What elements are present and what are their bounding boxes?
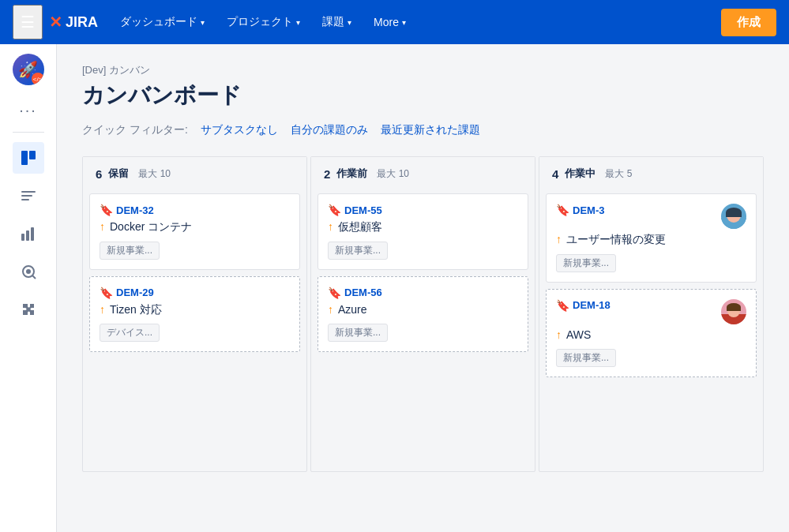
sidebar-item-backlog[interactable] [13, 256, 44, 287]
kanban-board: 6 保留 最大 10 🔖 DEM-32 ↑ Docker コンテナ [82, 156, 764, 472]
puzzle-icon [21, 302, 36, 317]
column-title: 作業中 [565, 167, 596, 181]
svg-rect-0 [21, 151, 28, 165]
nav-items: ダッシュボード ▾ プロジェクト ▾ 課題 ▾ More ▾ [111, 9, 715, 36]
card-dem-56[interactable]: 🔖 DEM-56 ↑ Azure 新規事業... [317, 276, 528, 353]
card-dem-32[interactable]: 🔖 DEM-32 ↑ Docker コンテナ 新規事業... [89, 193, 300, 270]
sidebar-divider [13, 132, 44, 133]
column-header-backlog: 6 保留 最大 10 [83, 157, 306, 187]
logo-text: JIRA [66, 14, 98, 31]
create-button[interactable]: 作成 [721, 9, 776, 36]
filter-no-subtask[interactable]: サブタスクなし [201, 123, 278, 137]
user-avatar [721, 204, 746, 229]
column-count: 4 [552, 167, 558, 181]
chevron-down-icon: ▾ [201, 18, 205, 27]
card-id[interactable]: DEM-32 [116, 204, 154, 216]
card-id[interactable]: DEM-29 [116, 287, 154, 298]
bookmark-icon: 🔖 [328, 204, 341, 216]
bookmark-icon: 🔖 [328, 287, 341, 299]
priority-icon: ↑ [100, 220, 105, 233]
breadcrumb: [Dev] カンバン [82, 63, 764, 77]
user-avatar [721, 299, 746, 324]
sidebar-item-board[interactable] [13, 142, 44, 174]
top-navigation: ☰ ✕ JIRA ダッシュボード ▾ プロジェクト ▾ 課題 ▾ More ▾ … [0, 0, 789, 44]
card-dem-55[interactable]: 🔖 DEM-55 ↑ 仮想顧客 新規事業... [317, 193, 528, 270]
chevron-down-icon: ▾ [402, 18, 406, 27]
more-options[interactable]: ... [13, 92, 43, 122]
card-tag: 新規事業... [328, 242, 388, 260]
logo-x: ✕ [49, 13, 62, 32]
column-title: 保留 [108, 167, 129, 181]
card-title-row: ↑ Tizen 対応 [100, 302, 290, 318]
card-id[interactable]: DEM-18 [573, 299, 611, 311]
svg-rect-1 [29, 151, 36, 159]
nav-more[interactable]: More ▾ [364, 9, 415, 35]
main-layout: 🚀 </> ... [0, 44, 789, 532]
card-dem-3[interactable]: 🔖 DEM-3 ↑ ユーザー情報の変更 [546, 193, 757, 283]
card-id[interactable]: DEM-56 [344, 287, 382, 298]
svg-line-10 [32, 275, 36, 279]
list-search-icon [21, 264, 36, 279]
svg-rect-6 [26, 230, 29, 241]
column-todo: 2 作業前 最大 10 🔖 DEM-55 ↑ 仮想顧客 [310, 156, 535, 472]
svg-rect-3 [21, 195, 32, 197]
card-title: Azure [338, 302, 367, 318]
nav-issues[interactable]: 課題 ▾ [313, 9, 361, 36]
card-title-row: ↑ Docker コンテナ [100, 219, 290, 235]
column-max: 最大 5 [605, 167, 632, 181]
card-dem-18[interactable]: 🔖 DEM-18 ↑ AWS [546, 289, 757, 378]
sidebar-item-roadmap[interactable] [13, 180, 44, 212]
card-id[interactable]: DEM-3 [573, 204, 604, 216]
sidebar-item-addons[interactable] [13, 294, 44, 325]
card-tag: 新規事業... [328, 324, 388, 342]
column-header-inprogress: 4 作業中 最大 5 [539, 157, 763, 187]
column-max: 最大 10 [138, 167, 171, 181]
column-title: 作業前 [336, 167, 367, 181]
svg-rect-4 [21, 199, 29, 200]
chevron-down-icon: ▾ [348, 18, 351, 27]
svg-rect-5 [21, 234, 24, 241]
card-tag: デバイス... [100, 324, 160, 342]
board-icon [21, 150, 36, 166]
filter-my-issues[interactable]: 自分の課題のみ [291, 123, 368, 137]
logo: ✕ JIRA [49, 13, 98, 32]
roadmap-icon [21, 188, 36, 204]
column-count: 6 [96, 167, 102, 181]
bookmark-icon: 🔖 [556, 204, 569, 216]
bookmark-icon: 🔖 [100, 287, 113, 299]
column-header-todo: 2 作業前 最大 10 [311, 157, 535, 187]
card-title-row: ↑ AWS [556, 328, 746, 343]
filter-recently-updated[interactable]: 最近更新された課題 [381, 123, 480, 137]
hamburger-menu[interactable]: ☰ [13, 5, 43, 39]
priority-icon: ↑ [328, 220, 333, 233]
card-tag: 新規事業... [100, 242, 160, 260]
page-title: カンバンボード [82, 81, 764, 111]
card-id[interactable]: DEM-55 [344, 204, 382, 216]
project-avatar[interactable]: 🚀 </> [13, 54, 44, 85]
card-title-row: ↑ Azure [328, 302, 518, 318]
sidebar: 🚀 </> ... [0, 44, 57, 532]
main-content: [Dev] カンバン カンバンボード クイック フィルター: サブタスクなし 自… [57, 44, 789, 532]
chevron-down-icon: ▾ [296, 18, 300, 27]
priority-icon: ↑ [328, 303, 333, 316]
column-backlog: 6 保留 最大 10 🔖 DEM-32 ↑ Docker コンテナ [82, 156, 307, 472]
nav-projects[interactable]: プロジェクト ▾ [217, 9, 310, 36]
quick-filter-label: クイック フィルター: [82, 123, 188, 137]
column-count: 2 [324, 167, 330, 181]
svg-rect-7 [31, 227, 34, 241]
page-header: [Dev] カンバン カンバンボード クイック フィルター: サブタスクなし 自… [82, 63, 764, 137]
priority-icon: ↑ [100, 303, 105, 316]
priority-icon: ↑ [556, 233, 562, 245]
column-max: 最大 10 [377, 167, 409, 181]
bookmark-icon: 🔖 [100, 204, 113, 216]
card-dem-29[interactable]: 🔖 DEM-29 ↑ Tizen 対応 デバイス... [89, 276, 300, 353]
column-inprogress: 4 作業中 最大 5 🔖 DEM-3 [539, 156, 764, 472]
chart-icon [21, 226, 36, 242]
nav-dashboard[interactable]: ダッシュボード ▾ [111, 9, 214, 36]
sidebar-item-reports[interactable] [13, 218, 44, 249]
card-title: Docker コンテナ [110, 219, 192, 235]
card-header: 🔖 DEM-18 [556, 299, 746, 324]
card-header: 🔖 DEM-3 [556, 204, 746, 229]
card-title-row: ↑ 仮想顧客 [328, 219, 518, 235]
quick-filters: クイック フィルター: サブタスクなし 自分の課題のみ 最近更新された課題 [82, 123, 764, 137]
